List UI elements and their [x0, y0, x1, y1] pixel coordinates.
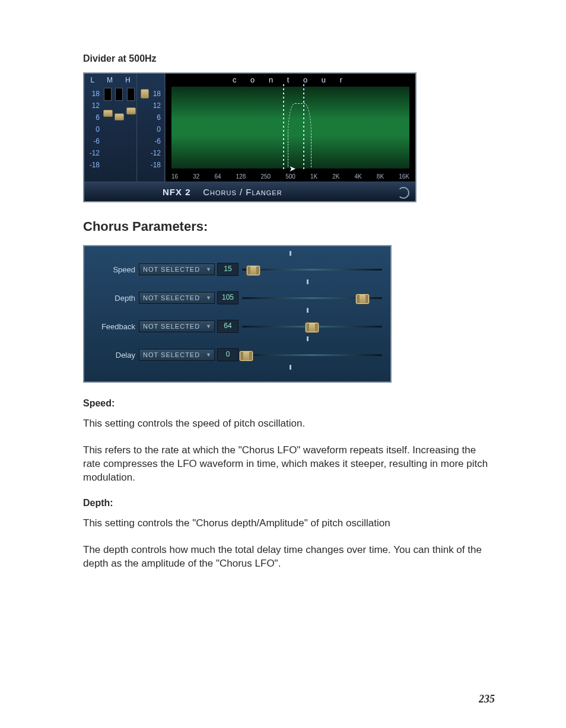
param-slider-feedback[interactable]: [242, 320, 382, 332]
eq-thumb-M[interactable]: [115, 113, 124, 120]
eq-track-L[interactable]: [104, 88, 112, 101]
eq-track-H[interactable]: [127, 88, 135, 101]
contour-divider-left[interactable]: [283, 84, 284, 170]
reload-icon[interactable]: [398, 187, 409, 199]
param-thumb-feedback[interactable]: [305, 322, 319, 333]
chevron-down-icon: ▼: [206, 352, 212, 358]
axis-32: 32: [193, 173, 199, 180]
page-number: 235: [479, 693, 495, 705]
param-slider-delay[interactable]: [242, 349, 382, 361]
axis-128: 128: [236, 173, 246, 180]
eq-band-label-L: L: [90, 76, 94, 84]
tick-top: [290, 251, 291, 256]
tick-bottom: [290, 365, 291, 370]
chevron-down-icon: ▼: [206, 266, 212, 272]
param-value-delay[interactable]: 0: [217, 348, 239, 361]
chevron-down-icon: ▼: [206, 295, 212, 301]
contour-response-curve: [288, 103, 311, 167]
eq-rscale-6: 6: [137, 112, 164, 123]
chorus-parameters-panel: Speed NOT SELECTED ▼ 15 Depth NOT SELECT…: [83, 245, 392, 383]
eq-track-M[interactable]: [115, 88, 123, 101]
param-row-depth: Depth NOT SELECTED ▼ 105: [93, 290, 382, 306]
tick-mid1: [307, 279, 309, 284]
eq-rscale-12: 12: [137, 100, 164, 112]
contour-x-axis: 16 32 64 128 250 500 1K 2K 4K 8K 16K: [171, 173, 409, 180]
text-speed-1: This setting controls the speed of pitch…: [83, 417, 495, 431]
tick-mid2: [307, 308, 309, 313]
contour-panel: L M H 18 12 6 0 -6 -12 -18 18: [83, 72, 416, 202]
axis-8k: 8K: [377, 173, 384, 180]
param-thumb-speed[interactable]: [246, 265, 260, 276]
param-thumb-delay[interactable]: [239, 351, 253, 361]
axis-1k: 1K: [310, 173, 317, 180]
eq-scale--18: -18: [84, 161, 102, 169]
axis-250: 250: [260, 173, 271, 180]
param-value-feedback[interactable]: 64: [217, 320, 239, 333]
contour-graph[interactable]: c o n t o u r ➤ 16 32 64 128 250 500 1K …: [165, 74, 415, 182]
axis-16: 16: [171, 173, 178, 180]
contour-divider-right[interactable]: [303, 84, 304, 170]
axis-500: 500: [285, 173, 295, 180]
axis-16k: 16K: [399, 173, 409, 180]
cursor-arrow-icon: ➤: [289, 164, 297, 172]
eq-scale--12: -12: [84, 149, 102, 157]
param-select-speed-text: NOT SELECTED: [143, 266, 200, 273]
chevron-down-icon: ▼: [206, 323, 212, 329]
param-select-depth[interactable]: NOT SELECTED ▼: [139, 292, 215, 304]
eq-rscale-0: 0: [137, 123, 164, 135]
footer-prefix: NFX 2: [163, 187, 191, 197]
param-select-speed[interactable]: NOT SELECTED ▼: [139, 263, 215, 275]
eq-band-label-M: M: [107, 76, 113, 84]
eq-rscale--6: -6: [137, 135, 164, 147]
eq-scale--6: -6: [84, 137, 102, 145]
footer-title: Chorus / Flanger: [203, 187, 282, 197]
param-slider-depth[interactable]: [242, 292, 382, 304]
param-select-feedback[interactable]: NOT SELECTED ▼: [139, 320, 215, 332]
eq-thumb-H[interactable]: [126, 107, 136, 115]
param-label-feedback: Feedback: [93, 322, 139, 331]
param-label-delay: Delay: [93, 351, 139, 360]
text-depth-2: The depth controls how much the total de…: [83, 543, 495, 571]
eq-rscale--18: -18: [137, 159, 164, 171]
eq-scale-12: 12: [84, 101, 102, 110]
heading-depth: Depth:: [83, 498, 495, 508]
param-select-delay-text: NOT SELECTED: [143, 351, 200, 358]
eq-band-label-H: H: [125, 76, 131, 84]
text-speed-2: This refers to the rate at which the "Ch…: [83, 444, 495, 485]
param-row-delay: Delay NOT SELECTED ▼ 0: [93, 347, 382, 363]
heading-speed: Speed:: [83, 398, 495, 409]
eq-scale-0: 0: [84, 125, 102, 133]
param-row-feedback: Feedback NOT SELECTED ▼ 64: [93, 319, 382, 334]
param-select-feedback-text: NOT SELECTED: [143, 323, 200, 330]
eq-scale-18: 18: [84, 90, 102, 98]
param-select-depth-text: NOT SELECTED: [143, 294, 200, 301]
axis-64: 64: [214, 173, 221, 180]
param-label-depth: Depth: [93, 294, 139, 303]
contour-footer: NFX 2 Chorus / Flanger: [84, 182, 415, 201]
eq-scale-6: 6: [84, 113, 102, 122]
axis-2k: 2K: [332, 173, 339, 180]
eq-section-left: L M H 18 12 6 0 -6 -12 -18: [84, 74, 137, 182]
text-depth-1: This setting controls the "Chorus depth/…: [83, 517, 495, 530]
eq-rscale-18: 18: [137, 88, 164, 100]
eq-thumb-L[interactable]: [103, 110, 113, 117]
param-row-speed: Speed NOT SELECTED ▼ 15: [93, 262, 382, 277]
param-label-speed: Speed: [93, 265, 139, 274]
param-select-delay[interactable]: NOT SELECTED ▼: [139, 349, 215, 361]
contour-title: c o n t o u r: [166, 75, 415, 84]
heading-chorus-parameters: Chorus Parameters:: [83, 219, 495, 234]
param-thumb-depth[interactable]: [355, 294, 370, 304]
axis-4k: 4K: [355, 173, 362, 180]
eq-scale-right-column: 18 12 6 0 -6 -12 -18: [137, 74, 165, 182]
param-value-depth[interactable]: 105: [217, 291, 239, 304]
eq-rscale--12: -12: [137, 147, 164, 159]
tick-mid3: [307, 336, 309, 341]
param-value-speed[interactable]: 15: [217, 263, 239, 276]
param-slider-speed[interactable]: [242, 263, 382, 275]
heading-divider: Divider at 500Hz: [83, 53, 495, 64]
